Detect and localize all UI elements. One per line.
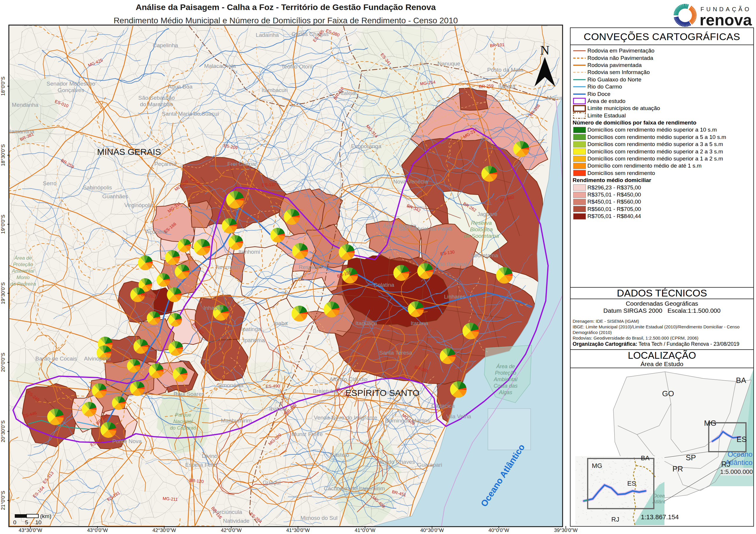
svg-text:Cariacica: Cariacica <box>431 403 455 409</box>
svg-text:Costa das: Costa das <box>494 383 517 389</box>
svg-text:Brejetuba: Brejetuba <box>313 388 337 394</box>
svg-text:10: 10 <box>35 519 41 525</box>
svg-text:GO: GO <box>662 389 674 398</box>
svg-text:ESPÍRITO SANTO: ESPÍRITO SANTO <box>345 388 419 398</box>
svg-text:18°0'0"S: 18°0'0"S <box>0 76 6 96</box>
svg-text:Guanhães: Guanhães <box>102 193 128 199</box>
svg-text:São Sebastião: São Sebastião <box>138 95 175 101</box>
svg-text:Biológica: Biológica <box>470 226 493 233</box>
svg-text:42°30'0"W: 42°30'0"W <box>152 527 176 533</box>
svg-text:43°0'0"W: 43°0'0"W <box>87 527 108 533</box>
svg-text:Ocea: Ocea <box>653 493 665 498</box>
svg-text:40°0'0"W: 40°0'0"W <box>488 527 509 533</box>
svg-text:Ipanema: Ipanema <box>243 337 265 343</box>
svg-text:Afonso Cláudio: Afonso Cláudio <box>330 376 368 382</box>
svg-text:19°30'0"S: 19°30'0"S <box>0 282 6 304</box>
svg-text:Ibatiba: Ibatiba <box>269 406 286 412</box>
svg-text:Sooretama: Sooretama <box>471 252 498 258</box>
svg-text:Ambiental: Ambiental <box>494 376 518 382</box>
svg-text:Simonésia: Simonésia <box>217 382 244 388</box>
svg-text:Colatina: Colatina <box>374 282 394 288</box>
svg-text:Castelo: Castelo <box>330 452 349 458</box>
svg-text:Área de: Área de <box>14 255 32 261</box>
svg-text:Reserva: Reserva <box>471 220 492 226</box>
svg-text:do Maranhão: do Maranhão <box>140 101 173 107</box>
svg-text:41°0'0"W: 41°0'0"W <box>355 527 375 533</box>
svg-text:Peçanha: Peçanha <box>154 161 176 167</box>
svg-text:Ipaba: Ipaba <box>274 320 288 326</box>
svg-text:Parque: Parque <box>175 412 191 418</box>
svg-text:Rio Bananal: Rio Bananal <box>437 261 467 267</box>
svg-text:RJ: RJ <box>611 516 619 523</box>
svg-text:43°30'0"W: 43°30'0"W <box>19 527 42 533</box>
svg-text:Algas: Algas <box>499 390 512 395</box>
svg-text:do Caparaó: do Caparaó <box>170 425 196 431</box>
svg-text:Gonçalves: Gonçalves <box>58 87 84 93</box>
svg-text:Sabinópolis: Sabinópolis <box>83 184 112 191</box>
svg-text:Capelinha: Capelinha <box>153 42 178 48</box>
svg-text:Proteção: Proteção <box>495 370 516 376</box>
svg-text:Cachoeiro de Itapemirim: Cachoeiro de Itapemirim <box>324 485 385 492</box>
svg-text:N: N <box>540 43 550 58</box>
svg-text:Barão de Cocais: Barão de Cocais <box>36 356 77 362</box>
svg-text:Itaguaçu: Itaguaçu <box>356 320 377 326</box>
svg-text:Manhumirim: Manhumirim <box>221 418 252 424</box>
svg-text:Frei Gaspar: Frei Gaspar <box>228 161 257 167</box>
svg-text:Guaçuí: Guaçuí <box>262 479 281 486</box>
svg-text:Nacional: Nacional <box>173 419 193 424</box>
svg-text:41°30'0"W: 41°30'0"W <box>286 527 310 533</box>
svg-text:5: 5 <box>25 519 28 525</box>
svg-text:Santa Maria do Suaçuí: Santa Maria do Suaçuí <box>162 111 219 117</box>
svg-text:Raul Soares: Raul Soares <box>174 391 205 397</box>
svg-text:Itambacuri: Itambacuri <box>262 87 288 93</box>
svg-text:Ambiental: Ambiental <box>12 268 35 274</box>
svg-text:renova: renova <box>700 11 752 29</box>
svg-text:ES-490: ES-490 <box>265 384 280 389</box>
svg-text:Ladainha: Ladainha <box>256 32 279 38</box>
svg-text:Linhares: Linhares <box>444 293 466 300</box>
svg-text:21°0'0"S: 21°0'0"S <box>0 491 6 510</box>
svg-text:Atlânt: Atlânt <box>652 499 666 504</box>
svg-text:ES-137: ES-137 <box>262 182 276 187</box>
svg-text:Jaguaré: Jaguaré <box>477 211 498 217</box>
svg-text:ES: ES <box>627 480 636 487</box>
svg-text:BR-101: BR-101 <box>490 42 505 48</box>
svg-text:Espera Feliz: Espera Feliz <box>185 462 216 468</box>
svg-text:Água Boa: Água Boa <box>168 84 193 90</box>
svg-text:PR: PR <box>672 464 683 473</box>
svg-text:42°0'0"W: 42°0'0"W <box>221 527 242 533</box>
svg-text:40°30'0"W: 40°30'0"W <box>420 527 444 533</box>
svg-text:Atlântico: Atlântico <box>725 458 752 467</box>
svg-text:ES: ES <box>737 435 747 444</box>
svg-text:Serro: Serro <box>43 180 56 187</box>
svg-text:MINAS GERAIS: MINAS GERAIS <box>97 147 161 157</box>
svg-text:Mimoso do Sul: Mimoso do Sul <box>300 515 338 521</box>
svg-text:Teófilo Otoni: Teófilo Otoni <box>281 64 312 70</box>
svg-text:Malacacheta: Malacacheta <box>204 63 236 69</box>
svg-text:MG: MG <box>592 462 602 470</box>
svg-text:Guarapari: Guarapari <box>417 462 443 468</box>
svg-text:(km): (km) <box>40 513 51 519</box>
svg-text:Itabatã: Itabatã <box>498 84 516 90</box>
svg-text:Muniz Freire: Muniz Freire <box>291 431 323 437</box>
svg-text:0: 0 <box>13 519 16 525</box>
svg-text:1:5.000.000: 1:5.000.000 <box>720 468 753 475</box>
svg-text:Alfredo Chaves: Alfredo Chaves <box>377 459 415 465</box>
svg-text:Mucuri: Mucuri <box>547 95 563 101</box>
svg-text:Inhapim: Inhapim <box>203 305 224 311</box>
svg-text:Mendanha: Mendanha <box>12 102 39 108</box>
svg-text:Tarumirim: Tarumirim <box>215 264 239 270</box>
svg-text:Nova Venécia: Nova Venécia <box>393 178 428 185</box>
svg-text:Virginópolis: Virginópolis <box>124 202 153 208</box>
svg-text:de Sooretama: de Sooretama <box>464 233 499 239</box>
svg-text:Posto da Mata: Posto da Mata <box>487 67 524 73</box>
svg-text:20°0'0"S: 20°0'0"S <box>0 353 6 372</box>
svg-text:39°30'0"W: 39°30'0"W <box>554 527 577 533</box>
svg-text:Proteção: Proteção <box>13 262 33 267</box>
svg-text:Resplendor: Resplendor <box>299 264 328 270</box>
svg-text:Natividade: Natividade <box>223 518 250 524</box>
svg-text:Itanhomi: Itanhomi <box>239 249 260 255</box>
svg-text:BR-259: BR-259 <box>479 84 494 89</box>
svg-text:da Pedreira: da Pedreira <box>10 281 36 287</box>
svg-text:Área de: Área de <box>496 364 515 369</box>
